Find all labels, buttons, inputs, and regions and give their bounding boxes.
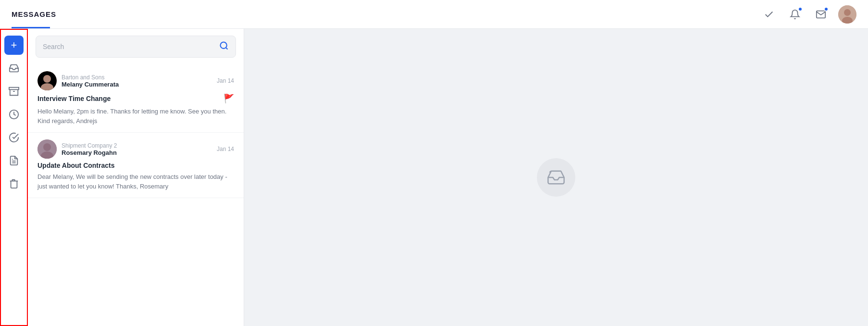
svg-point-14 <box>43 143 51 151</box>
mail-icon-btn[interactable] <box>812 6 830 23</box>
msg-sender-name: Rosemary Rogahn <box>62 149 213 156</box>
msg-subject: Update About Contracts <box>37 162 234 169</box>
msg-subject-row: Update About Contracts <box>37 162 234 169</box>
message-item[interactable]: Barton and Sons Melany Cummerata Jan 14 … <box>28 64 244 133</box>
msg-contact: Barton and Sons Melany Cummerata <box>62 74 213 88</box>
msg-date: Jan 14 <box>217 77 234 84</box>
message-list-panel: Barton and Sons Melany Cummerata Jan 14 … <box>28 29 244 326</box>
compose-button[interactable]: + <box>4 36 24 55</box>
svg-point-1 <box>844 9 851 16</box>
sidebar-item-archive[interactable] <box>4 82 24 101</box>
header-actions <box>760 5 856 24</box>
msg-header-row: Shipment Company 2 Rosemary Rogahn Jan 1… <box>37 139 234 159</box>
sidebar-item-done[interactable] <box>4 128 24 147</box>
sidebar-item-documents[interactable] <box>4 151 24 170</box>
message-item[interactable]: Shipment Company 2 Rosemary Rogahn Jan 1… <box>28 133 244 198</box>
msg-subject-row: Interview Time Change 🚩 <box>37 93 234 104</box>
msg-company: Barton and Sons <box>62 74 213 81</box>
check-icon-btn[interactable] <box>760 6 778 23</box>
title-underline <box>12 27 50 28</box>
svg-rect-3 <box>9 88 19 90</box>
header: MESSAGES <box>0 0 868 29</box>
main-layout: + <box>0 29 868 326</box>
msg-preview: Dear Melany, We will be sending the new … <box>37 172 234 191</box>
search-bar <box>36 36 236 58</box>
sidebar: + <box>0 29 28 326</box>
sidebar-item-trash[interactable] <box>4 174 24 193</box>
right-panel <box>244 29 868 326</box>
svg-line-9 <box>226 48 228 50</box>
search-icon <box>219 41 229 52</box>
msg-header-row: Barton and Sons Melany Cummerata Jan 14 <box>37 71 234 90</box>
mail-badge <box>824 7 829 12</box>
message-list: Barton and Sons Melany Cummerata Jan 14 … <box>28 64 244 326</box>
msg-contact: Shipment Company 2 Rosemary Rogahn <box>62 142 213 156</box>
flag-icon: 🚩 <box>223 93 234 104</box>
msg-preview: Hello Melany, 2pm is fine. Thanks for le… <box>37 107 234 125</box>
avatar <box>37 71 57 90</box>
bell-badge <box>798 7 803 12</box>
svg-point-8 <box>221 42 227 49</box>
user-avatar[interactable] <box>838 5 856 24</box>
bell-icon-btn[interactable] <box>786 6 804 23</box>
sidebar-item-inbox[interactable] <box>4 59 24 78</box>
msg-date: Jan 14 <box>217 146 234 152</box>
svg-point-11 <box>43 75 51 83</box>
avatar <box>37 139 57 159</box>
msg-company: Shipment Company 2 <box>62 142 213 149</box>
search-input[interactable] <box>43 43 219 50</box>
page-title: MESSAGES <box>12 10 56 18</box>
sidebar-item-recent[interactable] <box>4 105 24 124</box>
msg-sender-name: Melany Cummerata <box>62 81 213 88</box>
empty-state-icon <box>537 158 575 197</box>
msg-subject: Interview Time Change <box>37 95 223 102</box>
